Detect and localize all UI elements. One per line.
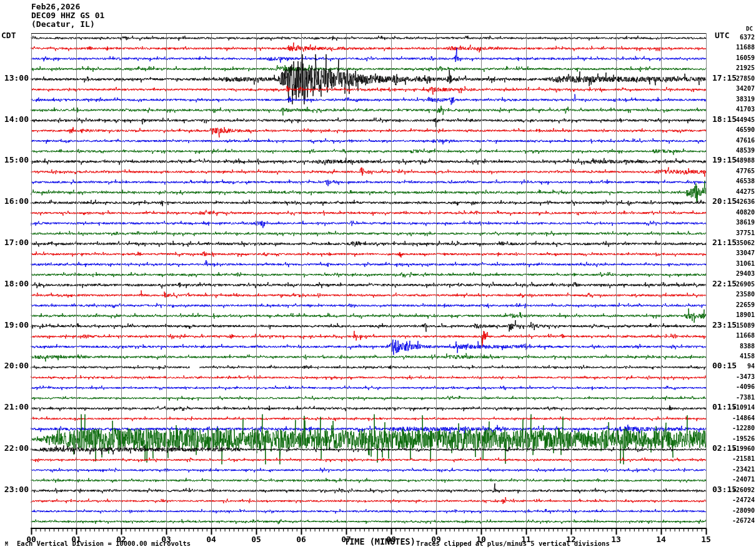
dc-offset-value: 38619 xyxy=(717,219,755,226)
dc-offset-value: -19960 xyxy=(717,446,755,452)
title-date: Feb26,2026 xyxy=(31,3,80,11)
cdt-hour-label: 21:00 xyxy=(0,403,29,411)
x-tick-label: 04 xyxy=(204,535,219,543)
dc-offset-value: 33047 xyxy=(717,250,755,256)
x-tick-label: 13 xyxy=(609,535,624,543)
dc-offset-value: 47616 xyxy=(717,138,755,144)
dc-offset-value: 34207 xyxy=(717,86,755,92)
x-tick-label: 15 xyxy=(699,535,714,543)
dc-offset-value: 44945 xyxy=(717,117,755,123)
x-tick-label: 05 xyxy=(249,535,264,543)
cdt-hour-label: 22:00 xyxy=(0,444,29,452)
dc-offset-value: 18901 xyxy=(717,312,755,318)
dc-offset-value: -10914 xyxy=(717,405,755,411)
dc-offset-value: 46538 xyxy=(717,178,755,184)
title-location: (Decatur, IL) xyxy=(31,20,95,28)
cdt-hour-label: 19:00 xyxy=(0,321,29,329)
dc-offset-value: 4158 xyxy=(717,353,755,360)
dc-offset-value: 35062 xyxy=(717,240,755,246)
dc-offset-value: -28090 xyxy=(717,508,755,514)
clip-note: Traces clipped at plus/minus 5 vertical … xyxy=(416,540,610,547)
dc-offset-value: -24071 xyxy=(717,476,755,483)
corner-glyph: M xyxy=(5,542,8,547)
dc-offset-value: -4096 xyxy=(717,384,755,390)
dc-offset-value: 48988 xyxy=(717,158,755,164)
dc-offset-value: -24724 xyxy=(717,497,755,503)
dc-offset-value: -3473 xyxy=(717,374,755,380)
title-station: DEC09 HHZ GS 01 xyxy=(31,11,104,19)
dc-offset-value: -7381 xyxy=(717,395,755,401)
cdt-hour-label: 17:00 xyxy=(0,238,29,246)
helicorder-page: { "header": { "date": "Feb26,2026", "sta… xyxy=(0,0,756,554)
dc-offset-value: 21925 xyxy=(717,65,755,71)
left-timezone-label: CDT xyxy=(1,31,16,39)
cdt-hour-label: 14:00 xyxy=(0,115,29,123)
cdt-hour-label: 13:00 xyxy=(0,74,29,82)
dc-offset-value: 11688 xyxy=(717,44,755,51)
cdt-hour-label: 18:00 xyxy=(0,280,29,288)
dc-offset-value: 29403 xyxy=(717,271,755,277)
seismogram-canvas xyxy=(0,0,756,554)
dc-offset-value: -26724 xyxy=(717,518,755,524)
dc-offset-value: 11668 xyxy=(717,333,755,339)
dc-offset-value: 47765 xyxy=(717,168,755,174)
dc-offset-value: 27850 xyxy=(717,76,755,82)
dc-offset-value: 42636 xyxy=(717,199,755,205)
dc-offset-value: 40820 xyxy=(717,209,755,216)
dc-offset-value: 16059 xyxy=(717,55,755,61)
dc-offset-value: -26092 xyxy=(717,487,755,493)
dc-offset-value: 94 xyxy=(717,363,755,370)
dc-offset-value: 22659 xyxy=(717,302,755,308)
dc-offset-value: 23580 xyxy=(717,291,755,298)
dc-offset-value: 46590 xyxy=(717,127,755,133)
dc-offset-value: -21581 xyxy=(717,456,755,462)
cdt-hour-label: 20:00 xyxy=(0,361,29,370)
cdt-hour-label: 15:00 xyxy=(0,156,29,164)
dc-offset-value: 26905 xyxy=(717,281,755,288)
dc-offset-value: 38319 xyxy=(717,96,755,103)
dc-offset-value: -14864 xyxy=(717,415,755,421)
dc-offset-value: 8388 xyxy=(717,343,755,350)
dc-offset-value: -23421 xyxy=(717,466,755,473)
dc-column-header: DC xyxy=(746,26,753,32)
cdt-hour-label: 23:00 xyxy=(0,485,29,493)
dc-offset-value: 6372 xyxy=(717,34,755,41)
dc-offset-value: 31061 xyxy=(717,261,755,267)
scale-note: Each Vertical Division = 10000.00 microv… xyxy=(17,540,191,547)
dc-offset-value: 48539 xyxy=(717,148,755,154)
x-axis-title: TIME (MINUTES) xyxy=(344,538,415,546)
dc-offset-value: -12280 xyxy=(717,425,755,431)
dc-offset-value: 37751 xyxy=(717,230,755,236)
dc-offset-value: 41703 xyxy=(717,106,755,113)
cdt-hour-label: 16:00 xyxy=(0,197,29,205)
dc-offset-value: -19526 xyxy=(717,436,755,442)
x-tick-label: 06 xyxy=(294,535,309,543)
dc-offset-value: 15089 xyxy=(717,323,755,329)
x-tick-label: 14 xyxy=(654,535,669,543)
dc-offset-value: 44275 xyxy=(717,189,755,195)
